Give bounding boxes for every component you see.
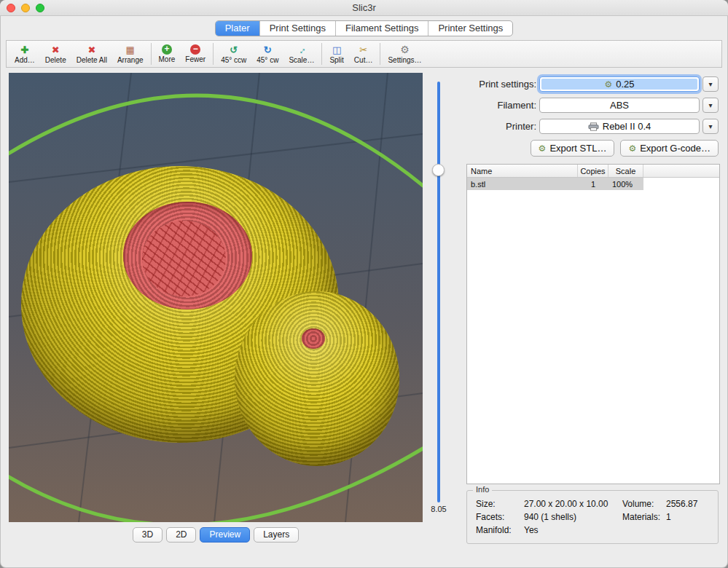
print-settings-value: 0.25	[616, 79, 634, 90]
title-bar[interactable]: Slic3r	[0, 0, 728, 16]
delete-button[interactable]: ✖ Delete	[40, 42, 71, 66]
volume-value: 2556.87	[666, 499, 713, 509]
materials-label: Materials:	[622, 512, 666, 522]
delete-icon: ✖	[52, 44, 60, 55]
scale-button[interactable]: ↔ Scale…	[283, 42, 319, 66]
cut-button[interactable]: ✂ Cut…	[349, 42, 378, 66]
settings-gear-icon: ⚙	[400, 44, 410, 55]
layer-slider-value: 8.05	[424, 505, 453, 513]
column-header-filler	[643, 165, 719, 177]
fewer-button[interactable]: − Fewer	[180, 42, 211, 66]
close-button[interactable]	[7, 4, 15, 12]
more-button[interactable]: + More	[154, 42, 181, 66]
cell-copies: 1	[578, 178, 608, 190]
layer-slider-thumb[interactable]	[432, 164, 445, 176]
tab-plater[interactable]: Plater	[216, 21, 260, 36]
arrange-button[interactable]: ▦ Arrange	[112, 42, 149, 66]
export-gcode-button[interactable]: ⚙ Export G-code…	[620, 140, 719, 157]
printer-label: Printer:	[437, 119, 536, 134]
scale-icon: ↔	[294, 42, 309, 57]
print-settings-dropdown-button[interactable]: ▾	[702, 76, 719, 92]
fewer-icon: −	[190, 44, 200, 55]
chevron-down-icon: ▾	[708, 80, 712, 88]
cut-icon: ✂	[359, 44, 367, 55]
filament-value: ABS	[610, 100, 629, 111]
object-table[interactable]: Name Copies Scale b.stl 1 100%	[466, 164, 720, 484]
split-button[interactable]: ◫ Split	[324, 42, 348, 66]
tab-bar: Plater Print Settings Filament Settings …	[0, 16, 728, 40]
rotate-ccw-icon: ↺	[230, 44, 238, 55]
toolbar-separator	[213, 43, 214, 65]
add-icon: ✚	[20, 44, 28, 55]
table-row[interactable]: b.stl 1 100%	[467, 178, 719, 190]
materials-value: 1	[666, 512, 713, 522]
info-grid: Size: 27.00 x 20.00 x 10.00 Volume: 2556…	[476, 499, 713, 535]
more-icon: +	[162, 44, 172, 55]
slic3r-window: Slic3r Plater Print Settings Filament Se…	[0, 0, 728, 568]
view-button-3d[interactable]: 3D	[133, 527, 163, 543]
object-table-header: Name Copies Scale	[467, 165, 719, 178]
filament-dropdown-button[interactable]: ▾	[702, 98, 719, 113]
settings-button[interactable]: ⚙ Settings…	[383, 42, 426, 66]
arrange-icon: ▦	[126, 44, 135, 55]
object-dome-small-infill[interactable]	[302, 328, 325, 349]
zoom-button[interactable]	[36, 4, 44, 12]
printer-combo[interactable]: Rebel II 0.4	[539, 119, 700, 134]
toolbar-separator	[321, 43, 322, 65]
column-header-copies[interactable]: Copies	[578, 165, 608, 177]
view-mode-buttons: 3D 2D Preview Layers	[9, 527, 423, 543]
printer-dropdown-button[interactable]: ▾	[702, 119, 719, 134]
filament-combo[interactable]: ABS	[539, 98, 700, 113]
info-group-title: Info	[473, 485, 492, 494]
info-group: Info Size: 27.00 x 20.00 x 10.00 Volume:…	[466, 490, 719, 544]
facets-label: Facets:	[476, 512, 524, 522]
print-settings-label: Print settings:	[437, 76, 536, 92]
print-settings-combo[interactable]: ⚙ 0.25	[539, 76, 700, 92]
delete-all-icon: ✖	[87, 44, 95, 55]
view-button-preview[interactable]: Preview	[200, 527, 250, 543]
column-header-name[interactable]: Name	[467, 165, 578, 177]
preview-3d-canvas[interactable]	[9, 73, 423, 522]
printer-value: Rebel II 0.4	[603, 121, 651, 132]
facets-value: 940 (1 shells)	[524, 512, 622, 522]
tab-control: Plater Print Settings Filament Settings …	[215, 20, 514, 36]
window-controls	[7, 4, 44, 12]
volume-label: Volume:	[622, 499, 666, 509]
plater-toolbar: ✚ Add… ✖ Delete ✖ Delete All ▦ Arrange +…	[6, 40, 722, 68]
rotate-ccw-button[interactable]: ↺ 45° ccw	[216, 42, 251, 66]
manifold-value: Yes	[524, 525, 622, 535]
cell-name: b.stl	[467, 178, 578, 190]
split-icon: ◫	[332, 44, 341, 55]
export-gear-icon: ⚙	[628, 144, 636, 153]
size-label: Size:	[476, 499, 524, 509]
object-dome-small[interactable]	[235, 291, 399, 466]
add-button[interactable]: ✚ Add…	[9, 42, 40, 66]
window-title: Slic3r	[0, 0, 728, 16]
column-header-scale[interactable]: Scale	[608, 165, 643, 177]
export-buttons-row: ⚙ Export STL… ⚙ Export G-code…	[466, 140, 719, 157]
cell-scale: 100%	[608, 178, 643, 190]
chevron-down-icon: ▾	[708, 101, 712, 109]
toolbar-separator	[380, 43, 380, 65]
rotate-cw-icon: ↻	[264, 44, 272, 55]
tab-printer-settings[interactable]: Printer Settings	[428, 21, 512, 36]
export-gear-icon: ⚙	[539, 144, 547, 153]
filament-label: Filament:	[437, 98, 536, 113]
tab-print-settings[interactable]: Print Settings	[260, 21, 336, 36]
tab-filament-settings[interactable]: Filament Settings	[336, 21, 428, 36]
size-value: 27.00 x 20.00 x 10.00	[524, 499, 622, 509]
view-button-2d[interactable]: 2D	[166, 527, 196, 543]
layer-slider-track[interactable]	[437, 82, 440, 502]
manifold-label: Manifold:	[476, 525, 524, 535]
object-dome-large-infill[interactable]	[142, 221, 226, 296]
minimize-button[interactable]	[21, 4, 30, 12]
printer-icon	[588, 122, 599, 131]
view-button-layers[interactable]: Layers	[254, 527, 299, 543]
chevron-down-icon: ▾	[708, 122, 712, 130]
export-stl-button[interactable]: ⚙ Export STL…	[531, 140, 615, 157]
gear-icon: ⚙	[604, 80, 612, 89]
delete-all-button[interactable]: ✖ Delete All	[71, 42, 112, 66]
toolbar-separator	[151, 43, 152, 65]
rotate-cw-button[interactable]: ↻ 45° cw	[251, 42, 283, 66]
print-settings-selection: ⚙ 0.25	[541, 79, 697, 90]
